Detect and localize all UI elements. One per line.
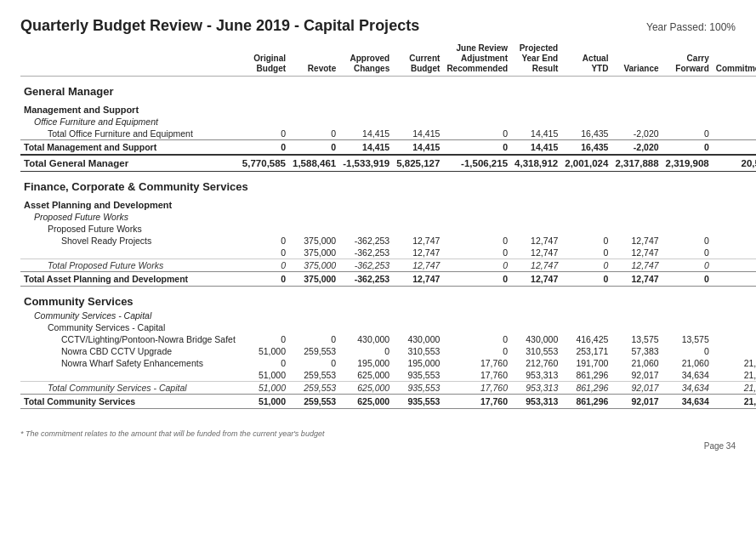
- subsection-header-row: Asset Planning and Development: [20, 195, 756, 211]
- data-row: Nowra Wharf Safety Enhancements00195,000…: [20, 357, 756, 369]
- data-row: CCTV/Lighting/Pontoon-Nowra Bridge Safet…: [20, 333, 756, 345]
- col-commitment: Commitment*: [713, 42, 756, 77]
- bold-total-row: Total Management and Support0014,41514,4…: [20, 140, 756, 156]
- col-june-review: June ReviewAdjustmentRecommended: [443, 42, 511, 77]
- col-current-budget: CurrentBudget: [393, 42, 443, 77]
- section-header-row: Community Services: [20, 287, 756, 310]
- bold-total-row: Total Community Services51,000259,553625…: [20, 395, 756, 409]
- italic-label-row: Proposed Future Works: [20, 211, 756, 223]
- section-header-row: General Manager: [20, 77, 756, 100]
- col-actual-ytd: Actual YTD: [561, 42, 611, 77]
- subsection-header-row: Management and Support: [20, 99, 756, 116]
- col-original-budget: OriginalBudget: [239, 42, 289, 77]
- year-passed: Year Passed: 100%: [646, 21, 736, 33]
- page-title: Quarterly Budget Review - June 2019 - Ca…: [20, 17, 419, 35]
- subtotal-row: Total Community Services - Capital51,000…: [20, 382, 756, 395]
- section-header-row: Finance, Corporate & Community Services: [20, 172, 756, 196]
- subtotal-row: Total Proposed Future Works0375,000-362,…: [20, 259, 756, 272]
- bold-total-row: Total Asset Planning and Development0375…: [20, 272, 756, 287]
- data-row: Total Office Furniture and Equipment0014…: [20, 128, 756, 140]
- col-variance: Variance: [611, 42, 662, 77]
- col-approved-changes: ApprovedChanges: [339, 42, 393, 77]
- italic-label-row: Community Services - Capital: [20, 310, 756, 321]
- col-projected: ProjectedYear EndResult: [511, 42, 561, 77]
- col-carry-forward: CarryForward: [662, 42, 713, 77]
- col-description: [20, 42, 239, 77]
- budget-table: OriginalBudget Revote ApprovedChanges Cu…: [20, 42, 756, 409]
- col-revote: Revote: [289, 42, 339, 77]
- footnote: * The commitment relates to the amount t…: [20, 429, 736, 438]
- grand-total-row: Total General Manager5,770,5851,588,461-…: [20, 155, 756, 172]
- data-row: 51,000259,553625,000935,55317,760953,313…: [20, 369, 756, 382]
- plain-label-row: Proposed Future Works: [20, 223, 756, 235]
- data-row: 0375,000-362,25312,747012,747012,747000%: [20, 247, 756, 259]
- data-row: Nowra CBD CCTV Upgrade51,000259,5530310,…: [20, 345, 756, 357]
- italic-label-row: Office Furniture and Equipment: [20, 116, 756, 128]
- data-row: Shovel Ready Projects0375,000-362,25312,…: [20, 235, 756, 247]
- page-number: Page 34: [20, 441, 736, 451]
- plain-label-row: Community Services - Capital: [20, 321, 756, 333]
